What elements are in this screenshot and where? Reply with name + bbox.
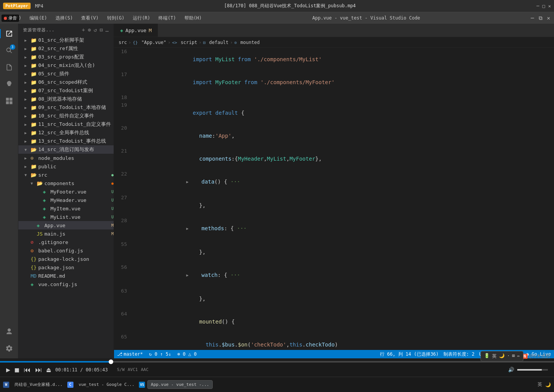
potplayer-title: [88/170] 088_尚硅谷Vue技术_TodoList案例_pubsub.… bbox=[48, 3, 532, 9]
sidebar-item-myheader[interactable]: ◈ MyHeader.vue U bbox=[18, 196, 114, 204]
sidebar-item-vueconfig[interactable]: ◈ vue.config.js bbox=[18, 280, 114, 288]
collapse-icon[interactable]: ⊟ bbox=[99, 27, 103, 33]
sidebar-item-04[interactable]: ▶ 📁 04_src_mixin混入(合) bbox=[18, 61, 114, 70]
sidebar-item-public[interactable]: ▶ 📁 public bbox=[18, 162, 114, 171]
sidebar-item-05[interactable]: ▶ 📁 05_src_插件 bbox=[18, 70, 114, 78]
stop-button[interactable]: ■ bbox=[15, 366, 19, 374]
explorer-icon[interactable] bbox=[2, 27, 16, 41]
rec-text: 录音 bbox=[8, 15, 17, 21]
vscode-window-controls: ─ ⧉ ✕ bbox=[531, 15, 550, 21]
tree-item-label: 12_src_全局事件总线 bbox=[38, 129, 114, 136]
chevron-right-icon: ▶ bbox=[24, 47, 31, 51]
volume-icon[interactable]: 🔊 bbox=[508, 367, 514, 372]
minimize-icon[interactable]: ─ bbox=[536, 3, 539, 9]
code-editor[interactable]: 16 import MyList from './components/MyLi… bbox=[114, 48, 554, 350]
sidebar-item-package[interactable]: {} package.json bbox=[18, 263, 114, 272]
spacer bbox=[24, 240, 31, 244]
more-icon[interactable]: … bbox=[106, 27, 109, 33]
potplayer-logo[interactable]: PotPlayer bbox=[3, 3, 31, 9]
eject-button[interactable]: ⏏ bbox=[47, 366, 51, 374]
menu-select[interactable]: 选择(S) bbox=[55, 15, 73, 21]
menu-edit[interactable]: 编辑(E) bbox=[29, 15, 47, 21]
sidebar-item-node-modules[interactable]: ▶ ⊙ node_modules bbox=[18, 154, 114, 162]
sidebar-item-07[interactable]: ▶ 📁 07_src_TodoList案例 bbox=[18, 86, 114, 95]
folder-icon: 📁 bbox=[31, 96, 37, 102]
code-line: }, bbox=[133, 194, 554, 217]
vscode-window: 文件(F) 编辑(E) 选择(S) 查看(V) 转到(G) 运行(R) 终端(T… bbox=[0, 12, 554, 358]
sidebar-content[interactable]: ▶ 📁 01_src_分析脚手架 ▶ 📁 02_src_ref属性 ▶ 📁 03… bbox=[18, 36, 114, 358]
sidebar-item-02[interactable]: ▶ 📁 02_src_ref属性 bbox=[18, 44, 114, 53]
table-row: 18 bbox=[114, 94, 554, 101]
sidebar-item-src[interactable]: ▼ 📂 src ● bbox=[18, 171, 114, 179]
sidebar-item-gitignore[interactable]: ⊘ .gitignore bbox=[18, 238, 114, 246]
sidebar-item-appvue[interactable]: ◈ App.vue M bbox=[18, 221, 114, 229]
sidebar-item-03[interactable]: ▶ 📁 03_src_props配置 bbox=[18, 53, 114, 61]
extensions-icon[interactable] bbox=[2, 94, 16, 108]
settings-icon[interactable] bbox=[2, 342, 16, 355]
next-button[interactable]: ⏭ bbox=[35, 366, 42, 374]
sidebar-item-01[interactable]: ▶ 📁 01_src_分析脚手架 bbox=[18, 36, 114, 44]
account-icon[interactable] bbox=[2, 325, 16, 338]
breadcrumb-item-src[interactable]: src bbox=[119, 40, 127, 45]
sidebar-item-08[interactable]: ▶ 📁 08_浏览器本地存储 bbox=[18, 95, 114, 103]
sidebar-item-09[interactable]: ▶ 📁 09_src_TodoList_本地存储 bbox=[18, 103, 114, 112]
debug-icon[interactable] bbox=[2, 77, 16, 91]
git-branch-status[interactable]: ⎇ master* bbox=[117, 351, 143, 357]
sidebar-item-12[interactable]: ▶ 📁 12_src_全局事件总线 bbox=[18, 128, 114, 137]
breadcrumb-item-script[interactable]: <> script bbox=[172, 40, 197, 45]
vscode-minimize-icon[interactable]: ─ bbox=[531, 15, 534, 21]
sync-status[interactable]: ↻ 0 ↑ 5↓ bbox=[149, 351, 171, 357]
menu-run[interactable]: 运行(R) bbox=[133, 15, 150, 21]
line-col-status[interactable]: 行 66, 列 14 (已选择36) bbox=[380, 351, 439, 358]
sidebar-item-14[interactable]: ▼ 📂 14_src_消息订阅与发布 bbox=[18, 145, 114, 154]
tab-appvue[interactable]: ◈ App.vue M bbox=[114, 24, 158, 37]
folder-icon: 📁 bbox=[31, 113, 37, 119]
table-row: 63 }, bbox=[114, 287, 554, 310]
refresh-icon[interactable]: ↺ bbox=[94, 27, 97, 33]
menu-terminal[interactable]: 终端(T) bbox=[158, 15, 176, 21]
vscode-close-icon[interactable]: ✕ bbox=[547, 15, 550, 21]
sidebar-item-11[interactable]: ▶ 📁 11_src_TodoList_自定义事件 bbox=[18, 120, 114, 128]
sidebar-item-myitem[interactable]: ◈ MyItem.vue U bbox=[18, 204, 114, 213]
table-row: 27 }, bbox=[114, 194, 554, 217]
play-button[interactable]: ▶ bbox=[6, 366, 10, 374]
source-control-icon[interactable] bbox=[2, 60, 16, 74]
tree-item-label: babel.config.js bbox=[38, 248, 114, 254]
vscode-restore-icon[interactable]: ⧉ bbox=[539, 15, 543, 21]
taskbar-chrome[interactable]: vue_test - Google C... bbox=[76, 381, 138, 389]
sidebar-item-babel[interactable]: ⚙ babel.config.js bbox=[18, 246, 114, 255]
new-folder-icon[interactable]: ⊕ bbox=[88, 27, 91, 33]
sidebar-item-components[interactable]: ▼ 📂 components ● bbox=[18, 179, 114, 187]
new-file-icon[interactable]: + bbox=[82, 27, 85, 33]
maximize-icon[interactable]: □ bbox=[543, 3, 545, 9]
taskbar-vscode[interactable]: App.vue - vue_test -... bbox=[147, 380, 212, 389]
spacer bbox=[37, 215, 43, 219]
prev-button[interactable]: ⏮ bbox=[24, 366, 31, 374]
taskbar-word[interactable]: 尚硅谷_Vue全家桶.d... bbox=[11, 380, 66, 389]
breadcrumb-item-file[interactable]: {} "App.vue" bbox=[133, 40, 166, 45]
sidebar-item-myfooter[interactable]: ◈ MyFooter.vue U bbox=[18, 187, 114, 196]
sidebar-item-mylist[interactable]: ◈ MyList.vue U bbox=[18, 213, 114, 221]
git-icon: ⎇ bbox=[117, 351, 122, 357]
menu-goto[interactable]: 转到(G) bbox=[107, 15, 125, 21]
progress-bar[interactable] bbox=[0, 361, 554, 363]
code-line: components:{MyHeader,MyList,MyFooter}, bbox=[133, 147, 554, 170]
sidebar-item-mainjs[interactable]: JS main.js M bbox=[18, 229, 114, 238]
tab-size-status[interactable]: 制表符长度: 2 bbox=[443, 351, 475, 358]
breadcrumb-item-default[interactable]: ⊡ default bbox=[203, 40, 228, 45]
breadcrumb-item-mounted[interactable]: ⊙ mounted bbox=[234, 40, 259, 45]
volume-bar[interactable] bbox=[517, 369, 548, 371]
menu-help[interactable]: 帮助(H) bbox=[184, 15, 202, 21]
error-status[interactable]: ⊗ 0 △ 0 bbox=[177, 351, 197, 357]
close-icon[interactable]: ✕ bbox=[548, 3, 551, 9]
sidebar-item-packagelock[interactable]: {} package-lock.json bbox=[18, 255, 114, 263]
search-icon[interactable]: 3 bbox=[2, 44, 16, 57]
breadcrumb-sep: › bbox=[199, 40, 201, 45]
progress-thumb[interactable] bbox=[109, 359, 113, 364]
sidebar-item-readme[interactable]: MD README.md bbox=[18, 272, 114, 280]
sidebar-item-13[interactable]: ▶ 📁 13_src_TodoList_事件总线 bbox=[18, 137, 114, 145]
sidebar-item-10[interactable]: ▶ 📁 10_src_组件自定义事件 bbox=[18, 112, 114, 120]
ime-pen-icon: ✏ bbox=[517, 353, 520, 359]
menu-view[interactable]: 查看(V) bbox=[81, 15, 99, 21]
sidebar-item-06[interactable]: ▶ 📁 06_src_scoped样式 bbox=[18, 78, 114, 86]
